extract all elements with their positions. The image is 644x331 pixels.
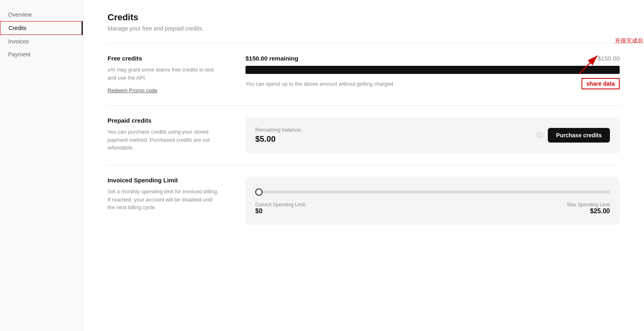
- spending-slider-container: [255, 190, 610, 194]
- credits-progress-bar: [246, 66, 620, 74]
- main-content: Credits Manage your free and prepaid cre…: [83, 0, 644, 331]
- free-credits-left: Free credits xAI may grant some teams fr…: [108, 55, 221, 94]
- sidebar-item-label-credits: Credits: [9, 25, 26, 31]
- sidebar-item-overview[interactable]: Overview: [0, 8, 83, 21]
- share-data-button[interactable]: share data: [582, 78, 620, 89]
- invoiced-spending-desc: Set a monthly spending limit for invoice…: [108, 188, 221, 212]
- balance-label: Remaining balance:: [255, 127, 302, 133]
- max-limit-label: Max Spending Limit: [567, 202, 610, 208]
- redeem-promo-link[interactable]: Redeem Promo code: [108, 87, 157, 93]
- sidebar-item-credits[interactable]: Credits: [0, 21, 83, 35]
- prepaid-balance-info: Remaining balance: $5.00: [255, 127, 302, 144]
- annotation-arrow-icon: [571, 52, 603, 76]
- balance-right: ⓘ Purchase credits: [536, 128, 610, 143]
- sidebar-item-label-payment: Payment: [8, 51, 30, 58]
- svg-line-1: [579, 56, 597, 74]
- spending-slider-thumb[interactable]: [255, 188, 263, 196]
- sidebar-item-label-overview: Overview: [8, 11, 32, 18]
- prepaid-credits-desc: You can purchase credits using your stor…: [108, 128, 221, 152]
- credits-note-row: You can spend up to the above amount wit…: [246, 78, 620, 89]
- current-limit-item: Current Spending Limit $0: [255, 202, 305, 215]
- section-divider-2: [108, 165, 620, 165]
- invoiced-spending-right: Current Spending Limit $0 Max Spending L…: [246, 177, 620, 225]
- spending-card: Current Spending Limit $0 Max Spending L…: [246, 177, 620, 225]
- sidebar-item-payment[interactable]: Payment: [0, 48, 83, 61]
- prepaid-credits-title: Prepaid credits: [108, 117, 221, 124]
- prepaid-credits-section: Prepaid credits You can purchase credits…: [108, 117, 620, 154]
- credits-header: $150.00 remaining $150.00: [246, 55, 620, 62]
- header-divider: [108, 43, 620, 43]
- free-credits-right: $150.00 remaining $150.00 You can spend …: [246, 55, 620, 89]
- purchase-credits-button[interactable]: Purchase credits: [548, 128, 610, 143]
- spending-slider-track[interactable]: [255, 190, 610, 194]
- max-limit-value: $25.00: [567, 208, 610, 215]
- chinese-annotation: 充值完成后点这里的share data按钮送150刀: [615, 37, 644, 45]
- current-limit-value: $0: [255, 208, 305, 215]
- prepaid-card: Remaining balance: $5.00 ⓘ Purchase cred…: [246, 117, 620, 154]
- sidebar-item-label-invoices: Invoices: [8, 38, 29, 45]
- section-divider-1: [108, 105, 620, 106]
- page-title: Credits: [108, 12, 620, 23]
- info-icon[interactable]: ⓘ: [536, 131, 543, 140]
- invoiced-spending-title: Invoiced Spending Limit: [108, 177, 221, 184]
- credits-remaining: $150.00 remaining: [246, 55, 298, 62]
- free-credits-section: Free credits xAI may grant some teams fr…: [108, 55, 620, 94]
- current-limit-label: Current Spending Limit: [255, 202, 305, 208]
- free-credits-title: Free credits: [108, 55, 221, 62]
- prepaid-credits-right: Remaining balance: $5.00 ⓘ Purchase cred…: [246, 117, 620, 154]
- invoiced-spending-section: Invoiced Spending Limit Set a monthly sp…: [108, 177, 620, 225]
- sidebar: Overview Credits Invoices Payment: [0, 0, 83, 331]
- invoiced-spending-left: Invoiced Spending Limit Set a monthly sp…: [108, 177, 221, 212]
- free-credits-desc: xAI may grant some teams free credits to…: [108, 66, 221, 82]
- page-subtitle: Manage your free and prepaid credits.: [108, 25, 620, 32]
- credits-note: You can spend up to the above amount wit…: [246, 81, 393, 87]
- spending-slider-labels: Current Spending Limit $0 Max Spending L…: [255, 202, 610, 215]
- balance-amount: $5.00: [255, 134, 302, 144]
- sidebar-item-invoices[interactable]: Invoices: [0, 35, 83, 48]
- prepaid-credits-left: Prepaid credits You can purchase credits…: [108, 117, 221, 152]
- share-data-wrapper: 充值完成后点这里的share data按钮送150刀 share data: [582, 78, 620, 89]
- max-limit-item: Max Spending Limit $25.00: [567, 202, 610, 215]
